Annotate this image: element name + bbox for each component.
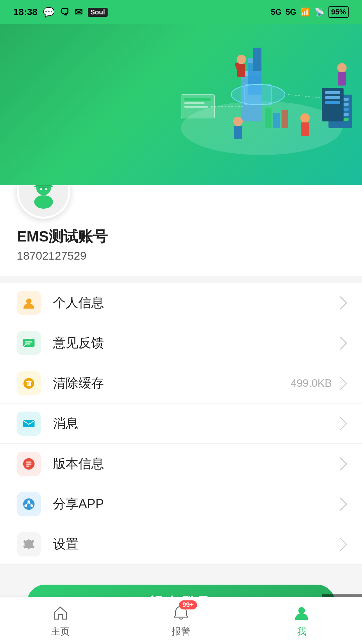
wifi-icon: 📡 (314, 7, 324, 17)
svg-rect-5 (253, 48, 261, 71)
svg-point-42 (34, 195, 53, 209)
nav-item-mine[interactable]: 我 (241, 598, 362, 643)
svg-point-56 (27, 500, 30, 503)
svg-rect-19 (273, 113, 280, 128)
svg-line-35 (288, 95, 322, 98)
status-bar: 18:38 💬 🗨 ✉ Soul 5G 5G 📶 📡 95% (0, 0, 362, 24)
svg-rect-52 (26, 462, 32, 463)
profile-username: EMS测试账号 (17, 227, 345, 247)
personal-info-icon (17, 291, 41, 315)
profile-section: EMS测试账号 18702127529 (0, 185, 362, 276)
cache-size: 499.0KB (291, 377, 332, 389)
svg-rect-45 (25, 341, 33, 342)
svg-rect-46 (25, 343, 31, 344)
svg-rect-31 (234, 126, 242, 139)
wechat-icon: 💬 (43, 7, 55, 18)
chevron-right-icon (334, 457, 347, 471)
soul-badge: Soul (88, 8, 108, 17)
svg-rect-50 (23, 420, 35, 427)
svg-rect-24 (184, 106, 208, 108)
menu-item-settings[interactable]: 设置 (0, 524, 362, 565)
svg-point-40 (40, 188, 42, 190)
mail-icon: ✉ (75, 7, 82, 18)
message-icon (17, 412, 41, 436)
svg-rect-39 (34, 186, 53, 187)
feedback-label: 意见反馈 (53, 334, 336, 352)
svg-rect-16 (325, 96, 340, 99)
svg-rect-33 (301, 122, 309, 136)
message-label: 消息 (53, 415, 336, 432)
menu-item-feedback[interactable]: 意见反馈 (0, 323, 362, 363)
nav-home-label: 主页 (51, 625, 70, 638)
chevron-right-icon (334, 538, 347, 551)
chevron-right-icon (334, 336, 347, 350)
nav-item-home[interactable]: 主页 (0, 598, 121, 643)
svg-rect-44 (23, 339, 35, 347)
chevron-right-icon (334, 417, 347, 430)
cache-icon (17, 371, 41, 395)
status-right: 5G 5G 📶 📡 95% (271, 6, 349, 18)
svg-point-47 (23, 378, 34, 389)
nav-item-alarm[interactable]: 99+ 报警 (121, 598, 241, 643)
battery-indicator: 95% (328, 6, 349, 18)
alarm-icon: 99+ (172, 604, 190, 623)
menu-list: 个人信息 意见反馈 清除缓存 499.0KB (0, 283, 362, 565)
svg-rect-20 (282, 110, 288, 128)
5g-signal-1: 5G (271, 7, 282, 17)
svg-point-28 (337, 63, 347, 72)
chevron-right-icon (334, 497, 347, 511)
menu-item-personal-info[interactable]: 个人信息 (0, 283, 362, 323)
settings-icon (17, 532, 41, 556)
svg-point-63 (298, 607, 305, 614)
chevron-right-icon (334, 377, 347, 390)
version-icon (17, 452, 41, 476)
svg-point-43 (26, 299, 32, 304)
share-app-label: 分享APP (53, 495, 336, 513)
hero-illustration (161, 28, 362, 168)
nav-alarm-label: 报警 (172, 625, 190, 638)
5g-signal-2: 5G (286, 7, 296, 17)
mine-icon (292, 604, 311, 623)
time-display: 18:38 (13, 7, 38, 17)
svg-point-32 (300, 113, 310, 123)
svg-rect-18 (265, 108, 272, 128)
bottom-nav: 主页 99+ 报警 我 (0, 597, 362, 644)
svg-rect-17 (325, 101, 340, 104)
svg-rect-7 (245, 85, 272, 105)
nav-mine-label: 我 (297, 625, 306, 638)
share-icon (17, 492, 41, 516)
hero-banner (0, 24, 362, 185)
feedback-icon (17, 331, 41, 355)
svg-rect-22 (184, 98, 211, 101)
settings-label: 设置 (53, 536, 336, 553)
status-left: 18:38 💬 🗨 ✉ Soul (13, 7, 108, 18)
svg-point-57 (24, 504, 27, 507)
profile-phone: 18702127529 (17, 249, 345, 262)
svg-point-30 (233, 117, 243, 126)
svg-rect-54 (26, 466, 29, 467)
message-icon: 🗨 (60, 7, 69, 18)
menu-item-clear-cache[interactable]: 清除缓存 499.0KB (0, 363, 362, 404)
svg-point-41 (45, 188, 47, 190)
personal-info-label: 个人信息 (53, 294, 336, 311)
chevron-right-icon (334, 296, 347, 310)
svg-rect-15 (325, 91, 340, 94)
alarm-badge: 99+ (179, 600, 197, 609)
menu-item-share-app[interactable]: 分享APP (0, 484, 362, 524)
svg-rect-23 (184, 102, 204, 104)
signal-bars-icon: 📶 (300, 7, 310, 17)
menu-item-message[interactable]: 消息 (0, 404, 362, 444)
svg-rect-29 (338, 72, 346, 86)
version-info-label: 版本信息 (53, 455, 336, 472)
watermark: 西西软件园 (322, 594, 362, 597)
svg-point-58 (31, 504, 33, 507)
svg-point-55 (23, 498, 35, 510)
clear-cache-label: 清除缓存 (53, 375, 291, 392)
svg-rect-53 (26, 464, 32, 465)
home-icon (51, 604, 70, 623)
menu-item-version-info[interactable]: 版本信息 (0, 444, 362, 484)
